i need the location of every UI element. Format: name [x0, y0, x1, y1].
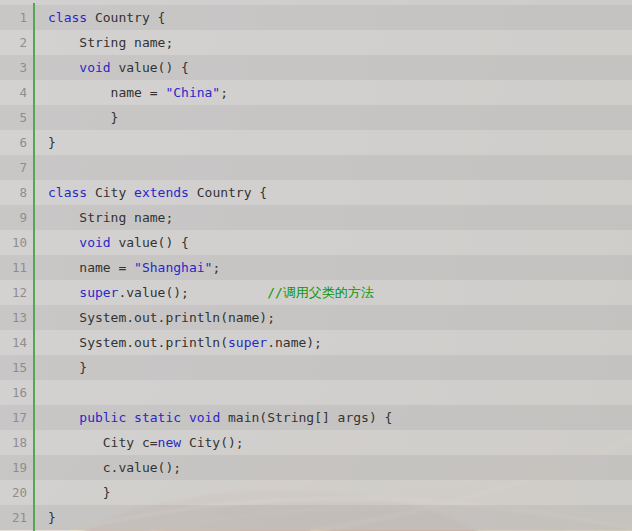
line-number: 4 — [0, 80, 27, 105]
code-line[interactable]: 14 System.out.println(super.name); — [0, 330, 632, 355]
line-number: 1 — [0, 5, 27, 30]
line-number: 14 — [0, 330, 27, 355]
token-plain: .name); — [267, 335, 322, 350]
token-plain: Country { — [189, 185, 267, 200]
code-line[interactable]: 18 City c=new City(); — [0, 430, 632, 455]
token-plain: main(String[] args) { — [220, 410, 392, 425]
token-keyword: static — [134, 410, 181, 425]
code-text: } — [27, 105, 118, 130]
token-string: "Shanghai" — [134, 260, 212, 275]
code-text: c.value(); — [27, 455, 181, 480]
token-plain: } — [48, 510, 56, 525]
token-plain: ; — [220, 85, 228, 100]
token-plain — [181, 410, 189, 425]
token-keyword: super — [79, 285, 118, 300]
token-plain: System.out.println(name); — [48, 310, 275, 325]
code-line[interactable]: 13 System.out.println(name); — [0, 305, 632, 330]
code-text: public static void main(String[] args) { — [27, 405, 392, 430]
code-text: String name; — [27, 30, 173, 55]
code-line[interactable]: 4 name = "China"; — [0, 80, 632, 105]
code-text: super.value(); //调用父类的方法 — [27, 280, 374, 305]
code-text: System.out.println(name); — [27, 305, 275, 330]
token-plain: } — [48, 485, 111, 500]
line-number: 16 — [0, 380, 27, 405]
code-line[interactable]: 15 } — [0, 355, 632, 380]
token-plain — [48, 60, 79, 75]
token-keyword: void — [189, 410, 220, 425]
token-keyword: void — [79, 235, 110, 250]
line-number: 2 — [0, 30, 27, 55]
token-plain: value() { — [111, 235, 189, 250]
token-keyword: new — [158, 435, 181, 450]
code-line[interactable]: 19 c.value(); — [0, 455, 632, 480]
code-line[interactable]: 3 void value() { — [0, 55, 632, 80]
code-line[interactable]: 2 String name; — [0, 30, 632, 55]
code-line[interactable]: 1class Country { — [0, 5, 632, 30]
line-number: 12 — [0, 280, 27, 305]
token-plain: name = — [48, 85, 165, 100]
line-number: 21 — [0, 505, 27, 530]
code-text: name = "China"; — [27, 80, 228, 105]
code-line[interactable]: 7 — [0, 155, 632, 180]
code-text — [27, 155, 48, 180]
token-keyword: extends — [134, 185, 189, 200]
token-plain: } — [48, 360, 87, 375]
code-line[interactable]: 11 name = "Shanghai"; — [0, 255, 632, 280]
gutter-separator-line — [33, 3, 35, 531]
token-plain: c.value(); — [48, 460, 181, 475]
code-line[interactable]: 8class City extends Country { — [0, 180, 632, 205]
token-keyword: class — [48, 10, 87, 25]
code-text: } — [27, 130, 56, 155]
code-line[interactable]: 12 super.value(); //调用父类的方法 — [0, 280, 632, 305]
token-plain: City(); — [181, 435, 244, 450]
line-number: 20 — [0, 480, 27, 505]
token-plain: City c= — [48, 435, 158, 450]
line-number: 6 — [0, 130, 27, 155]
line-number: 9 — [0, 205, 27, 230]
code-text: class Country { — [27, 5, 165, 30]
token-plain: System.out.println( — [48, 335, 228, 350]
line-number: 17 — [0, 405, 27, 430]
line-number: 8 — [0, 180, 27, 205]
token-plain: .value(); — [118, 285, 267, 300]
token-plain: value() { — [111, 60, 189, 75]
line-number: 7 — [0, 155, 27, 180]
code-text: name = "Shanghai"; — [27, 255, 220, 280]
token-keyword: super — [228, 335, 267, 350]
code-text: System.out.println(super.name); — [27, 330, 322, 355]
token-keyword: public — [79, 410, 126, 425]
line-number: 18 — [0, 430, 27, 455]
code-line[interactable]: 16 — [0, 380, 632, 405]
code-line[interactable]: 10 void value() { — [0, 230, 632, 255]
code-line[interactable]: 20 } — [0, 480, 632, 505]
line-number: 15 — [0, 355, 27, 380]
code-line[interactable]: 9 String name; — [0, 205, 632, 230]
token-plain — [48, 285, 79, 300]
code-editor-window: 1class Country {2 String name;3 void val… — [0, 0, 632, 531]
token-plain: name = — [48, 260, 134, 275]
line-number: 19 — [0, 455, 27, 480]
token-plain — [126, 410, 134, 425]
line-number: 13 — [0, 305, 27, 330]
token-plain: } — [48, 110, 118, 125]
token-plain: String name; — [48, 210, 173, 225]
code-line[interactable]: 5 } — [0, 105, 632, 130]
code-text: } — [27, 480, 111, 505]
code-area: 1class Country {2 String name;3 void val… — [0, 0, 632, 530]
code-text: City c=new City(); — [27, 430, 244, 455]
line-number: 5 — [0, 105, 27, 130]
code-text: void value() { — [27, 230, 189, 255]
code-line[interactable]: 21} — [0, 505, 632, 530]
code-text: void value() { — [27, 55, 189, 80]
code-text: String name; — [27, 205, 173, 230]
token-keyword: void — [79, 60, 110, 75]
token-keyword: class — [48, 185, 87, 200]
token-plain — [48, 235, 79, 250]
code-line[interactable]: 17 public static void main(String[] args… — [0, 405, 632, 430]
line-number: 10 — [0, 230, 27, 255]
token-plain: City — [87, 185, 134, 200]
token-plain: } — [48, 135, 56, 150]
token-plain: ; — [212, 260, 220, 275]
code-line[interactable]: 6} — [0, 130, 632, 155]
line-number: 11 — [0, 255, 27, 280]
